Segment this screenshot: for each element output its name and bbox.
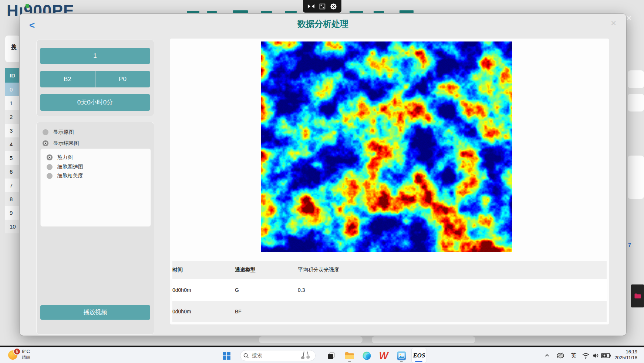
- background-title-fragment: [187, 11, 199, 13]
- radio-cell-correlation[interactable]: 细胞相关度: [47, 172, 83, 179]
- weather-alert-badge: 5: [13, 348, 21, 355]
- weather-temperature[interactable]: 9°C: [22, 349, 30, 354]
- photos-icon: [397, 351, 406, 360]
- start-button[interactable]: [222, 351, 231, 360]
- screen-edge-widget[interactable]: [631, 284, 644, 307]
- table-row[interactable]: 6: [5, 165, 20, 179]
- table-row[interactable]: 5: [5, 151, 20, 165]
- language-indicator: 英: [571, 352, 577, 359]
- radio-cell-circle[interactable]: 细胞圈选图: [47, 163, 83, 170]
- screen: Hı900PE 搜 ID 0 1 2 3 4 5 6 7 8 9 10 × 7: [0, 0, 644, 363]
- task-view-button[interactable]: [326, 351, 336, 360]
- table-cell-channel: BF: [235, 309, 242, 314]
- background-card-sliver: [628, 156, 644, 199]
- clock-time: 16:19: [614, 349, 637, 355]
- tray-chevron-button[interactable]: [543, 351, 551, 360]
- table-row[interactable]: 3: [5, 124, 20, 137]
- wps-office-button[interactable]: W: [379, 351, 388, 360]
- eos-icon: EOS: [413, 352, 425, 359]
- background-id-column-header: ID: [5, 68, 20, 83]
- search-highlight-earbuds-icon: [300, 351, 312, 360]
- running-indicator: [348, 361, 351, 362]
- edge-browser-button[interactable]: [362, 351, 371, 360]
- battery-button[interactable]: [601, 351, 612, 360]
- background-title-fragment: [207, 11, 217, 13]
- column-header: 时间: [172, 267, 183, 273]
- radio-icon: [43, 129, 48, 135]
- weather-condition[interactable]: 晴朗: [22, 355, 30, 360]
- radio-icon: [43, 140, 48, 146]
- radio-label: 细胞相关度: [57, 173, 83, 179]
- play-video-button[interactable]: 播放视频: [40, 305, 150, 320]
- pink-folder-icon: [634, 293, 641, 299]
- background-card-sliver: [628, 70, 644, 88]
- radio-heatmap[interactable]: 热力图: [47, 154, 73, 161]
- radio-label: 细胞圈选图: [57, 164, 83, 170]
- column-header: 平均积分荧光强度: [298, 267, 339, 273]
- wifi-button[interactable]: [581, 351, 590, 360]
- privacy-indicator-button[interactable]: [556, 351, 565, 360]
- background-title-fragment: [374, 11, 384, 13]
- background-title-fragment: [233, 10, 248, 13]
- radio-show-result[interactable]: 显示结果图: [43, 140, 79, 147]
- eos-app-button[interactable]: EOS: [411, 348, 427, 363]
- duration-button[interactable]: 0天0小时0分: [40, 94, 150, 111]
- background-search-label: 搜: [11, 44, 17, 51]
- result-type-card: 热力图 细胞圈选图 细胞相关度: [40, 149, 151, 227]
- table-row[interactable]: 0: [5, 83, 20, 96]
- results-table-header: 时间 通道类型 平均积分荧光强度: [172, 261, 607, 279]
- volume-button[interactable]: [591, 351, 600, 360]
- background-card-sliver: [372, 336, 475, 343]
- fullscreen-icon[interactable]: [319, 3, 326, 10]
- logo-green-dot-icon: [26, 4, 29, 8]
- table-row[interactable]: 4: [5, 137, 20, 151]
- ime-language-button[interactable]: 英: [569, 351, 579, 360]
- heatmap-image: [261, 41, 512, 252]
- dialog-close-icon[interactable]: ×: [611, 17, 616, 29]
- background-window-close-icon[interactable]: ×: [627, 13, 631, 23]
- radio-label: 显示原图: [53, 129, 74, 135]
- display-options-card: 显示原图 显示结果图 热力图 细胞圈选图 细胞相关度: [36, 122, 154, 334]
- background-page-number[interactable]: 7: [628, 242, 631, 248]
- column-header: 通道类型: [235, 267, 256, 273]
- row-button[interactable]: B2: [40, 71, 95, 87]
- table-row[interactable]: 2: [5, 110, 20, 124]
- radio-icon: [47, 173, 53, 179]
- table-row[interactable]: 10: [5, 220, 20, 233]
- active-app-indicator: [415, 361, 422, 362]
- column-button[interactable]: P0: [95, 71, 150, 87]
- background-card-sliver: [628, 94, 644, 111]
- close-circle-icon[interactable]: [330, 3, 337, 10]
- radio-label: 热力图: [57, 154, 73, 160]
- taskbar-clock[interactable]: 16:19 2025/11/18: [614, 349, 637, 361]
- task-view-icon: [327, 352, 336, 360]
- table-cell-channel: G: [235, 287, 239, 293]
- table-row[interactable]: 9: [5, 206, 20, 220]
- photos-app-button[interactable]: [397, 351, 406, 360]
- eye-off-icon: [556, 351, 565, 360]
- search-placeholder: 搜索: [252, 352, 300, 359]
- radio-label: 显示结果图: [53, 140, 79, 146]
- file-explorer-button[interactable]: [345, 351, 354, 360]
- radio-icon: [47, 154, 53, 160]
- data-analysis-dialog: < 数据分析处理 × 1 B2 P0 0天0小时0分 显示原图 显示结果图 热力…: [20, 14, 626, 336]
- speaker-icon: [591, 352, 600, 359]
- background-title-fragment: [285, 11, 297, 13]
- table-row[interactable]: 1: [5, 96, 20, 110]
- well-number-button[interactable]: 1: [40, 48, 150, 64]
- radio-show-original[interactable]: 显示原图: [43, 129, 74, 136]
- running-indicator: [400, 361, 403, 362]
- table-row[interactable]: 0d0h0m BF: [172, 301, 607, 322]
- search-input[interactable]: 搜索: [240, 350, 316, 361]
- clock-date: 2025/11/18: [614, 355, 637, 361]
- radio-icon: [47, 164, 53, 170]
- table-row[interactable]: 0d0h0m G 0.3: [172, 279, 607, 301]
- swap-icon[interactable]: [307, 4, 315, 9]
- battery-charging-icon: [601, 353, 611, 359]
- table-row[interactable]: 7: [5, 179, 20, 192]
- table-row[interactable]: 8: [5, 192, 20, 206]
- floating-capture-toolbar: [303, 0, 341, 13]
- search-icon: [243, 353, 249, 359]
- background-title-fragment: [350, 11, 363, 13]
- table-cell-intensity: 0.3: [298, 287, 305, 293]
